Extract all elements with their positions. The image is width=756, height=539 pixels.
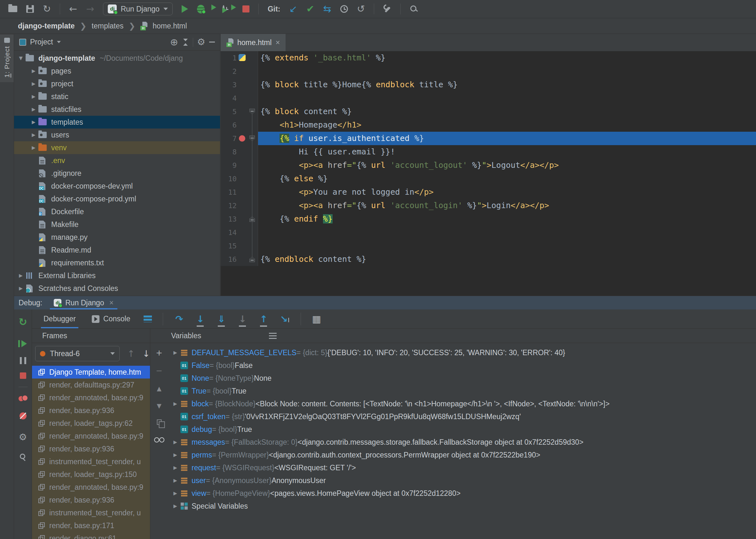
code-line-16[interactable]: 16{% endblock content %}	[221, 253, 756, 266]
project-panel-title[interactable]: Project	[30, 38, 53, 46]
gutter[interactable]: 15	[221, 239, 258, 253]
code-line-6[interactable]: 6 <h1>Homepage</h1>	[221, 118, 756, 132]
frame-row-instrumented-test-render-u[interactable]: instrumented_test_render, u	[32, 455, 150, 468]
tree-item-docker-compose-prod-yml[interactable]: docker-compose-prod.yml	[14, 193, 220, 205]
variable-row-none[interactable]: None = {NoneType} None	[168, 372, 756, 385]
step-over-icon[interactable]: ↷	[174, 314, 184, 325]
run-configuration-select[interactable]: dj Run Django	[103, 3, 172, 15]
forward-icon[interactable]: →	[86, 4, 94, 14]
frame-row-render-base-py-171[interactable]: render, base.py:171	[32, 519, 150, 532]
variable-row-default-message-levels[interactable]: ▶DEFAULT_MESSAGE_LEVELS = {dict: 5} {'DE…	[168, 346, 756, 359]
pause-icon[interactable]	[20, 357, 26, 364]
force-step-into-icon[interactable]: ⇓	[216, 314, 226, 325]
sync-icon[interactable]: ↻	[43, 4, 51, 14]
breadcrumb-folder[interactable]: templates	[92, 22, 124, 31]
evaluate-expression-icon[interactable]: ▦	[312, 313, 321, 325]
code-line-7[interactable]: 7 {% if user.is_authenticated %}	[221, 132, 756, 145]
code-text[interactable]: {% else %}	[258, 172, 756, 186]
project-tool-window-button[interactable]: 1: Project	[0, 35, 14, 82]
resume-program-icon[interactable]	[18, 340, 28, 347]
hide-panel-icon[interactable]	[209, 41, 215, 42]
code-text[interactable]: {% block title %}Home{% endblock title %…	[258, 78, 756, 91]
tree-expand-arrow[interactable]: ▼	[16, 55, 26, 61]
search-everywhere-icon[interactable]	[410, 5, 418, 13]
expand-arrow-icon[interactable]: ▶	[171, 439, 179, 445]
code-line-2[interactable]: 2	[221, 65, 756, 78]
git-history-icon[interactable]	[340, 5, 348, 13]
run-to-cursor-icon[interactable]: ↘I	[280, 314, 290, 325]
debug-session-tab[interactable]: dj Run Django ×	[50, 296, 117, 309]
tree-item-static[interactable]: ▶static	[14, 90, 220, 103]
chevron-down-icon[interactable]	[57, 41, 61, 43]
code-text[interactable]: <p><a href="{% url 'account_login' %}">L…	[258, 199, 756, 212]
gutter[interactable]: 2	[221, 65, 258, 78]
code-text[interactable]: {% if user.is_authenticated %}	[258, 132, 756, 145]
stop-icon[interactable]	[20, 372, 26, 379]
frame-row-render-loader-tags-py-62[interactable]: render, loader_tags.py:62	[32, 417, 150, 430]
tree-item-venv[interactable]: ▶venv	[14, 141, 220, 154]
expand-arrow-icon[interactable]: ▶	[171, 350, 179, 355]
thread-select[interactable]: Thread-6	[35, 346, 120, 361]
frame-row-render-loader-tags-py-150[interactable]: render, loader_tags.py:150	[32, 468, 150, 481]
tree-expand-arrow[interactable]: ▶	[29, 107, 39, 112]
next-frame-icon[interactable]: ↓	[143, 348, 150, 359]
tree-item-staticfiles[interactable]: ▶staticfiles	[14, 103, 220, 116]
git-push-icon[interactable]: ⇆	[323, 4, 331, 14]
view-breakpoints-icon[interactable]	[19, 395, 28, 402]
variable-row-request[interactable]: ▶request = {WSGIRequest} <WSGIRequest: G…	[168, 461, 756, 474]
fold-close-icon[interactable]	[249, 257, 255, 262]
gutter[interactable]: 10	[221, 172, 258, 186]
save-all-icon[interactable]	[26, 5, 34, 13]
tree-expand-arrow[interactable]: ▶	[16, 273, 26, 278]
code-text[interactable]: <p>You are not logged in</p>	[258, 186, 756, 199]
frame-row-render-defaulttags-py-297[interactable]: render, defaulttags.py:297	[32, 378, 150, 391]
smart-step-into-icon[interactable]: ↓	[237, 314, 248, 325]
code-text[interactable]: <p><a href="{% url 'account_logout' %}">…	[258, 159, 756, 172]
variable-row-csrf-token[interactable]: csrf_token = {str} '0VvR1XRFjZ1V2elgOaQ0…	[168, 410, 756, 423]
locate-file-icon[interactable]: ⊕	[170, 37, 178, 48]
git-update-icon[interactable]: ↙	[290, 4, 297, 14]
tree-item-users[interactable]: ▶users	[14, 128, 220, 141]
code-text[interactable]: {% extends '_base.html' %}	[258, 51, 756, 65]
step-into-icon[interactable]: ↓	[195, 314, 205, 325]
code-text[interactable]	[258, 65, 756, 78]
expand-arrow-icon[interactable]: ▶	[171, 478, 179, 483]
code-text[interactable]	[258, 226, 756, 239]
expand-arrow-icon[interactable]: ▶	[171, 465, 179, 471]
tree-expand-arrow[interactable]: ▶	[29, 119, 39, 125]
gutter[interactable]: 4	[221, 91, 258, 105]
tree-item-dockerfile[interactable]: Dockerfile	[14, 205, 220, 218]
step-out-icon[interactable]: ↑	[258, 314, 269, 325]
inspect-glasses-icon[interactable]	[154, 437, 164, 442]
expand-arrow-icon[interactable]: ▶	[171, 452, 179, 458]
add-watch-icon[interactable]: +	[156, 347, 162, 359]
frame-row-render-annotated-base-py-9[interactable]: render_annotated, base.py:9	[32, 430, 150, 442]
debug-settings-gear-icon[interactable]: ⚙	[19, 432, 27, 442]
tree-item-external-libraries[interactable]: ▶External Libraries	[14, 269, 220, 282]
code-text[interactable]: {% block content %}	[258, 105, 756, 118]
tab-console[interactable]: Console	[89, 309, 133, 328]
editor-tab-home-html[interactable]: home.html ×	[221, 34, 286, 51]
close-icon[interactable]: ×	[109, 299, 114, 307]
tree-expand-arrow[interactable]: ▶	[29, 81, 39, 87]
previous-frame-icon[interactable]: ↑	[127, 348, 135, 359]
close-icon[interactable]: ×	[275, 38, 280, 47]
tree-item-gitignore[interactable]: .gitignore	[14, 167, 220, 180]
tree-item-env[interactable]: .env	[14, 154, 220, 167]
breadcrumb-project[interactable]: django-template	[18, 22, 75, 31]
frame-row-render-base-py-936[interactable]: render, base.py:936	[32, 494, 150, 506]
tree-expand-arrow[interactable]: ▶	[16, 285, 26, 291]
code-text[interactable]	[258, 91, 756, 105]
gutter[interactable]: 9	[221, 159, 258, 172]
breadcrumb-file[interactable]: home.html	[152, 22, 187, 31]
gutter[interactable]: 3	[221, 78, 258, 91]
tab-debugger[interactable]: Debugger	[41, 309, 78, 328]
tree-item-project[interactable]: ▶project	[14, 77, 220, 90]
fold-open-icon[interactable]	[249, 109, 255, 115]
tree-item-docker-compose-dev-yml[interactable]: docker-compose-dev.yml	[14, 180, 220, 193]
code-line-10[interactable]: 10 {% else %}	[221, 172, 756, 186]
code-line-15[interactable]: 15	[221, 239, 756, 253]
gutter[interactable]: 12	[221, 199, 258, 212]
code-text[interactable]: {% endblock content %}	[258, 253, 756, 266]
open-folder-icon[interactable]	[8, 6, 17, 12]
